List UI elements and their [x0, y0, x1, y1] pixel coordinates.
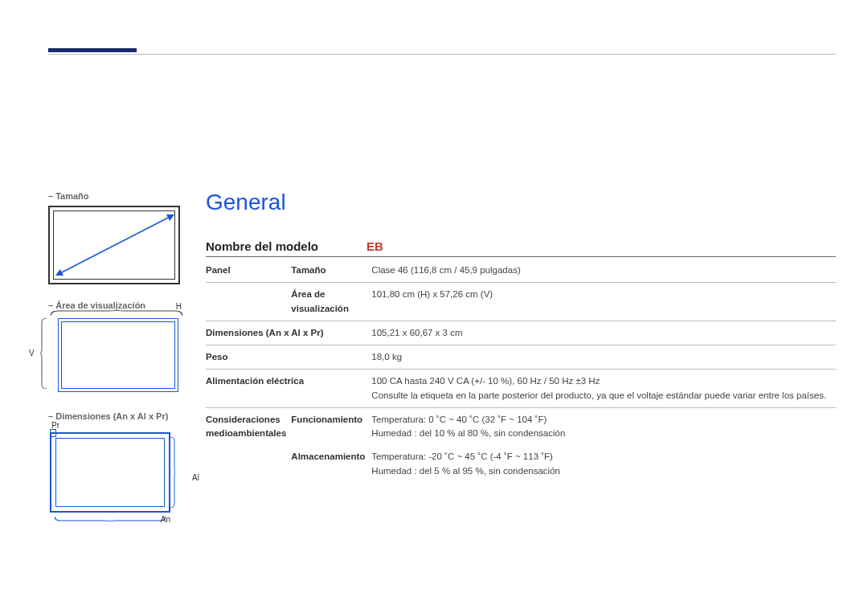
diagram-label-tamano-text: Tamaño: [55, 191, 88, 201]
brace-h-icon: [51, 307, 182, 313]
diagram-label-tamano: – Tamaño: [48, 191, 185, 201]
svg-line-0: [59, 216, 171, 274]
row-dim: Dimensiones (An x Al x Pr) 105,21 x 60,6…: [206, 321, 836, 345]
diagram-label-dim-text: Dimensiones (An x Al x Pr): [55, 411, 168, 421]
model-label: Nombre del modelo: [206, 239, 366, 253]
row-env-store: Almacenamiento Temperatura: -20 ˚C ~ 45 …: [206, 445, 836, 483]
brace-v-icon: [40, 318, 47, 389]
power-note-text: Consulte la etiqueta en la parte posteri…: [371, 390, 826, 400]
cell-area-val: 101,80 cm (H) x 57,26 cm (V): [371, 283, 836, 321]
cell-area-label: Área de visualización: [291, 283, 371, 321]
cell-power-label: Alimentación eléctrica: [206, 370, 371, 408]
cell-tamano-val: Clase 46 (116,8 cm / 45,9 pulgadas): [371, 259, 836, 283]
cell-power-val: 100 CA hasta 240 V CA (+/- 10 %), 60 Hz …: [371, 370, 836, 408]
cell-func-val: Temperatura: 0 ˚C ~ 40 ˚C (32 ˚F ~ 104 ˚…: [371, 407, 836, 445]
dimensions-diagram: Pr Al An: [48, 426, 185, 513]
cell-peso-val: 18,0 kg: [371, 345, 836, 370]
row-peso: Peso 18,0 kg: [206, 345, 836, 370]
label-al: Al: [192, 473, 199, 482]
main-content: General Nombre del modelo EB Panel Tamañ…: [206, 190, 836, 483]
cell-func-label: Funcionamiento: [291, 407, 371, 445]
header-accent-bar: [48, 48, 137, 52]
cell-panel: Panel: [206, 259, 291, 283]
power-value-text: 100 CA hasta 240 V CA (+/- 10 %), 60 Hz …: [371, 376, 600, 386]
area-diagram: H V: [48, 315, 185, 392]
diagrams-column: – Tamaño – Área de visualización H: [48, 191, 185, 513]
row-power: Alimentación eléctrica 100 CA hasta 240 …: [206, 370, 836, 408]
func-hum-text: Humedad : del 10 % al 80 %, sin condensa…: [371, 428, 565, 438]
cell-store-label: Almacenamiento: [291, 445, 371, 483]
diagram-label-dim: – Dimensiones (An x Al x Pr): [48, 411, 185, 421]
label-v: V: [29, 349, 35, 358]
header-rule: [48, 54, 836, 55]
func-temp-text: Temperatura: 0 ˚C ~ 40 ˚C (32 ˚F ~ 104 ˚…: [371, 415, 547, 424]
cell-env-label: Consideraciones medioambientales: [206, 407, 291, 483]
cell-tamano-label: Tamaño: [291, 259, 371, 283]
cell-dim-val: 105,21 x 60,67 x 3 cm: [371, 321, 836, 345]
spec-table: Panel Tamaño Clase 46 (116,8 cm / 45,9 p…: [206, 259, 836, 483]
model-row: Nombre del modelo EB: [206, 239, 836, 257]
diagonal-arrow-icon: [54, 211, 176, 279]
label-an: An: [161, 515, 170, 524]
store-hum-text: Humedad : del 5 % al 95 %, sin condensac…: [371, 466, 560, 476]
store-temp-text: Temperatura: -20 ˚C ~ 45 ˚C (-4 ˚F ~ 113…: [371, 452, 553, 461]
row-env-func: Consideraciones medioambientales Funcion…: [206, 407, 836, 445]
an-brace-icon: [55, 513, 166, 517]
row-panel-area: Área de visualización 101,80 cm (H) x 57…: [206, 283, 836, 321]
cell-dim-label: Dimensiones (An x Al x Pr): [206, 321, 371, 345]
tamano-diagram: [48, 206, 180, 284]
model-value: EB: [366, 239, 383, 253]
pr-box-icon: [50, 429, 56, 437]
section-title: General: [206, 190, 836, 215]
al-brace-icon: [170, 437, 175, 508]
cell-peso-label: Peso: [206, 345, 371, 370]
row-panel-tamano: Panel Tamaño Clase 46 (116,8 cm / 45,9 p…: [206, 259, 836, 283]
cell-store-val: Temperatura: -20 ˚C ~ 45 ˚C (-4 ˚F ~ 113…: [371, 445, 836, 483]
